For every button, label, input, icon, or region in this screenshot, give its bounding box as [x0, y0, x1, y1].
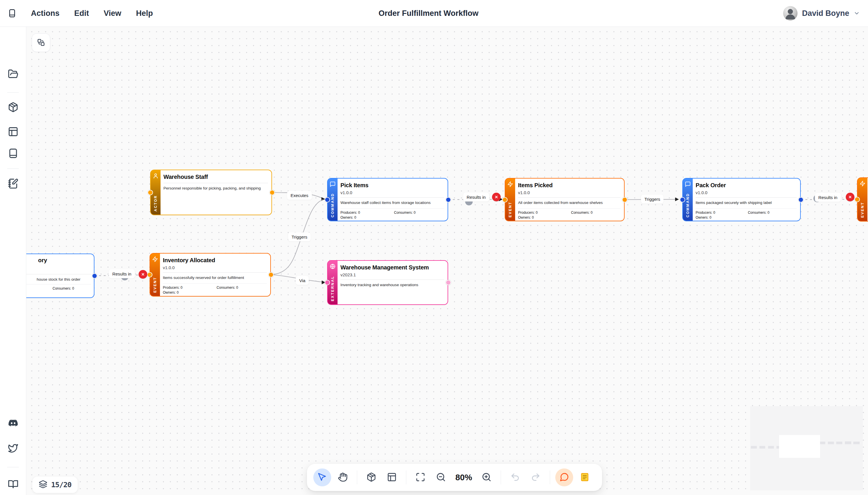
node-description: Inventory tracking and warehouse operati…: [341, 283, 444, 288]
app-logo-icon[interactable]: [7, 7, 17, 19]
user-icon: [153, 173, 159, 179]
pointer-icon: [317, 472, 327, 483]
node-title: Pick Items: [341, 182, 444, 189]
sidebar-item-twitter[interactable]: [5, 441, 21, 456]
node-owners: Owners: 0: [341, 216, 394, 220]
minimap-node: [759, 446, 765, 448]
edge-label-1[interactable]: Executes: [287, 191, 312, 200]
sidebar-item-notebook-pen[interactable]: [5, 176, 21, 192]
edge-label-3[interactable]: Triggers: [288, 233, 311, 241]
notes-button[interactable]: [576, 468, 594, 487]
chevron-down-icon: [854, 10, 860, 16]
node-description: Items packaged securely with shipping la…: [695, 200, 797, 206]
swap-squares-icon: [37, 38, 45, 48]
edge-label-2[interactable]: Results in: [463, 193, 489, 202]
minimap-node: [768, 446, 774, 448]
node-handle-right-warehouse-staff[interactable]: [269, 190, 275, 195]
node-handle-right-pick-items[interactable]: [445, 197, 451, 203]
toolbar-divider: [550, 471, 550, 484]
layout-panel-icon: [387, 472, 397, 483]
node-handle-right-inventory-allocated[interactable]: [268, 272, 274, 277]
header: ActionsEditViewHelp Order Fulfillment Wo…: [0, 0, 868, 27]
notebook-pen-icon: [8, 178, 18, 190]
folder-open-icon: [8, 69, 18, 80]
node-description: All order items collected from warehouse…: [518, 200, 621, 206]
fit-view-button[interactable]: [411, 468, 429, 487]
node-type-badge: EVENT: [508, 202, 512, 218]
add-resource-button[interactable]: [362, 468, 380, 487]
menu-item-edit[interactable]: Edit: [74, 9, 89, 18]
node-title: Pack Order: [695, 182, 797, 189]
node-pick-items[interactable]: COMMANDPick Itemsv1.0.0Warehouse staff c…: [327, 178, 448, 221]
delete-edge-button-0[interactable]: ✕: [138, 270, 147, 279]
pan-tool-button[interactable]: [334, 468, 352, 487]
canvas-toolbar: 80%: [307, 464, 602, 491]
comment-button[interactable]: [555, 468, 573, 487]
edge-label-4[interactable]: Via: [296, 276, 309, 285]
node-divider: [518, 197, 621, 198]
node-divider: [163, 272, 267, 273]
edge-label-0[interactable]: Results in: [109, 269, 135, 278]
node-items-picked[interactable]: EVENTItems Pickedv1.0.0All order items c…: [505, 178, 625, 221]
menu-item-view[interactable]: View: [104, 9, 121, 18]
user-menu[interactable]: David Boyne: [783, 6, 860, 20]
sidebar-item-book[interactable]: [5, 146, 21, 161]
sidebar-item-layout-panel[interactable]: [5, 124, 21, 140]
node-warehouse-management-system[interactable]: EXTERNALWarehouse Management Systemv2023…: [327, 260, 448, 305]
node-owners: Owners: 0: [695, 216, 748, 220]
sidebar-item-folder-open[interactable]: [5, 67, 21, 82]
node-title: ory: [38, 257, 47, 264]
zoom-in-icon: [482, 472, 491, 483]
node-handle-left-event-partial-right[interactable]: [854, 197, 860, 202]
toolbar-divider: [406, 471, 406, 484]
delete-edge-button-2[interactable]: ✕: [492, 193, 501, 201]
menu-bar: ActionsEditViewHelp: [31, 9, 153, 18]
hand-icon: [338, 472, 348, 483]
zoom-in-button[interactable]: [478, 468, 495, 487]
delete-edge-button-6[interactable]: ✕: [846, 193, 854, 201]
node-handle-left-warehouse-staff[interactable]: [148, 190, 153, 195]
menu-item-help[interactable]: Help: [136, 9, 153, 18]
sidebar-item-discord[interactable]: [5, 416, 21, 431]
layout-button[interactable]: [383, 468, 401, 487]
node-handle-left-warehouse-management-system[interactable]: [325, 280, 330, 285]
node-handle-left-pick-items[interactable]: [325, 197, 330, 203]
edge-label-5[interactable]: Triggers: [641, 195, 664, 204]
menu-item-actions[interactable]: Actions: [31, 9, 60, 18]
avatar: [783, 6, 798, 20]
sticky-note-icon: [580, 472, 590, 483]
node-title: Inventory Allocated: [163, 256, 267, 264]
node-version: v2023.1: [341, 272, 444, 277]
node-handle-left-pack-order[interactable]: [680, 197, 685, 203]
node-handle-right-command-partial-left[interactable]: [92, 273, 97, 279]
node-pack-order[interactable]: COMMANDPack Orderv1.0.0Items packaged se…: [682, 178, 801, 221]
maximize-icon: [415, 472, 425, 483]
minimap-node: [751, 446, 757, 448]
node-consumers: Consumers: 0: [748, 210, 797, 215]
node-type-badge: EVENT: [153, 277, 157, 293]
sidebar-item-book-open[interactable]: [5, 477, 21, 492]
node-inventory-allocated[interactable]: EVENTInventory Allocatedv1.0.0Items succ…: [150, 253, 271, 296]
auto-layout-button[interactable]: [32, 33, 50, 52]
node-description: Personnel responsible for picking, packi…: [163, 186, 268, 191]
node-version: v1.0.0: [695, 190, 797, 195]
minimap[interactable]: [750, 406, 863, 490]
node-divider: [163, 183, 268, 183]
sidebar-item-package[interactable]: [5, 100, 21, 115]
node-handle-left-items-picked[interactable]: [502, 197, 508, 203]
node-handle-right-warehouse-management-system[interactable]: [445, 280, 451, 285]
node-producers: Producers: 0: [341, 210, 394, 215]
zoom-out-button[interactable]: [432, 468, 450, 487]
node-handle-right-items-picked[interactable]: [622, 197, 627, 203]
message-square-icon: [330, 181, 336, 187]
book-open-icon: [8, 479, 18, 490]
pointer-tool-button[interactable]: [313, 468, 331, 487]
node-handle-right-pack-order[interactable]: [798, 197, 804, 203]
redo-button[interactable]: [527, 468, 545, 487]
minimap-viewport[interactable]: [779, 435, 820, 458]
node-title: Warehouse Staff: [163, 173, 268, 181]
edge-label-6[interactable]: Results in: [815, 193, 841, 202]
node-handle-left-inventory-allocated[interactable]: [147, 272, 152, 277]
undo-button[interactable]: [506, 468, 524, 487]
node-warehouse-staff[interactable]: ACTORWarehouse StaffPersonnel responsibl…: [150, 170, 272, 215]
